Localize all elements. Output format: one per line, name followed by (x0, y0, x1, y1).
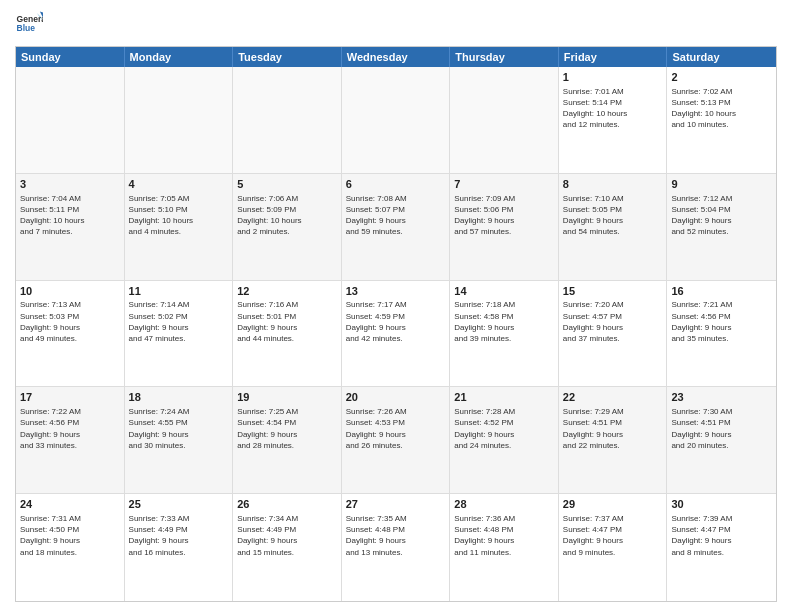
calendar-cell: 25Sunrise: 7:33 AM Sunset: 4:49 PM Dayli… (125, 494, 234, 601)
calendar-cell: 21Sunrise: 7:28 AM Sunset: 4:52 PM Dayli… (450, 387, 559, 493)
calendar-header: SundayMondayTuesdayWednesdayThursdayFrid… (16, 47, 776, 67)
day-number: 2 (671, 70, 772, 85)
day-number: 25 (129, 497, 229, 512)
day-info: Sunrise: 7:04 AM Sunset: 5:11 PM Dayligh… (20, 193, 120, 238)
header-day-sunday: Sunday (16, 47, 125, 67)
day-number: 17 (20, 390, 120, 405)
day-number: 22 (563, 390, 663, 405)
calendar-cell: 14Sunrise: 7:18 AM Sunset: 4:58 PM Dayli… (450, 281, 559, 387)
header-day-monday: Monday (125, 47, 234, 67)
day-number: 19 (237, 390, 337, 405)
calendar-row-2: 3Sunrise: 7:04 AM Sunset: 5:11 PM Daylig… (16, 174, 776, 281)
day-info: Sunrise: 7:25 AM Sunset: 4:54 PM Dayligh… (237, 406, 337, 451)
calendar-cell: 5Sunrise: 7:06 AM Sunset: 5:09 PM Daylig… (233, 174, 342, 280)
day-info: Sunrise: 7:39 AM Sunset: 4:47 PM Dayligh… (671, 513, 772, 558)
day-info: Sunrise: 7:01 AM Sunset: 5:14 PM Dayligh… (563, 86, 663, 131)
calendar-cell: 17Sunrise: 7:22 AM Sunset: 4:56 PM Dayli… (16, 387, 125, 493)
calendar-cell: 2Sunrise: 7:02 AM Sunset: 5:13 PM Daylig… (667, 67, 776, 173)
day-info: Sunrise: 7:26 AM Sunset: 4:53 PM Dayligh… (346, 406, 446, 451)
day-number: 24 (20, 497, 120, 512)
calendar-cell: 20Sunrise: 7:26 AM Sunset: 4:53 PM Dayli… (342, 387, 451, 493)
calendar-cell: 6Sunrise: 7:08 AM Sunset: 5:07 PM Daylig… (342, 174, 451, 280)
day-info: Sunrise: 7:21 AM Sunset: 4:56 PM Dayligh… (671, 299, 772, 344)
day-number: 5 (237, 177, 337, 192)
day-info: Sunrise: 7:05 AM Sunset: 5:10 PM Dayligh… (129, 193, 229, 238)
calendar-cell: 4Sunrise: 7:05 AM Sunset: 5:10 PM Daylig… (125, 174, 234, 280)
day-number: 16 (671, 284, 772, 299)
day-number: 14 (454, 284, 554, 299)
calendar-cell (233, 67, 342, 173)
calendar-row-3: 10Sunrise: 7:13 AM Sunset: 5:03 PM Dayli… (16, 281, 776, 388)
day-info: Sunrise: 7:37 AM Sunset: 4:47 PM Dayligh… (563, 513, 663, 558)
day-number: 3 (20, 177, 120, 192)
calendar-cell: 26Sunrise: 7:34 AM Sunset: 4:49 PM Dayli… (233, 494, 342, 601)
day-info: Sunrise: 7:10 AM Sunset: 5:05 PM Dayligh… (563, 193, 663, 238)
calendar-cell: 10Sunrise: 7:13 AM Sunset: 5:03 PM Dayli… (16, 281, 125, 387)
calendar-cell: 3Sunrise: 7:04 AM Sunset: 5:11 PM Daylig… (16, 174, 125, 280)
day-number: 21 (454, 390, 554, 405)
day-number: 27 (346, 497, 446, 512)
day-info: Sunrise: 7:09 AM Sunset: 5:06 PM Dayligh… (454, 193, 554, 238)
day-info: Sunrise: 7:33 AM Sunset: 4:49 PM Dayligh… (129, 513, 229, 558)
day-number: 8 (563, 177, 663, 192)
day-number: 15 (563, 284, 663, 299)
day-number: 30 (671, 497, 772, 512)
day-number: 18 (129, 390, 229, 405)
day-info: Sunrise: 7:31 AM Sunset: 4:50 PM Dayligh… (20, 513, 120, 558)
calendar-row-1: 1Sunrise: 7:01 AM Sunset: 5:14 PM Daylig… (16, 67, 776, 174)
day-info: Sunrise: 7:06 AM Sunset: 5:09 PM Dayligh… (237, 193, 337, 238)
day-info: Sunrise: 7:22 AM Sunset: 4:56 PM Dayligh… (20, 406, 120, 451)
day-info: Sunrise: 7:16 AM Sunset: 5:01 PM Dayligh… (237, 299, 337, 344)
calendar-cell: 16Sunrise: 7:21 AM Sunset: 4:56 PM Dayli… (667, 281, 776, 387)
calendar-cell: 29Sunrise: 7:37 AM Sunset: 4:47 PM Dayli… (559, 494, 668, 601)
day-number: 11 (129, 284, 229, 299)
calendar-cell: 7Sunrise: 7:09 AM Sunset: 5:06 PM Daylig… (450, 174, 559, 280)
day-info: Sunrise: 7:08 AM Sunset: 5:07 PM Dayligh… (346, 193, 446, 238)
day-info: Sunrise: 7:02 AM Sunset: 5:13 PM Dayligh… (671, 86, 772, 131)
day-info: Sunrise: 7:17 AM Sunset: 4:59 PM Dayligh… (346, 299, 446, 344)
day-number: 20 (346, 390, 446, 405)
svg-text:Blue: Blue (17, 23, 36, 33)
day-number: 7 (454, 177, 554, 192)
header-day-friday: Friday (559, 47, 668, 67)
calendar-cell: 28Sunrise: 7:36 AM Sunset: 4:48 PM Dayli… (450, 494, 559, 601)
day-info: Sunrise: 7:18 AM Sunset: 4:58 PM Dayligh… (454, 299, 554, 344)
calendar-cell: 22Sunrise: 7:29 AM Sunset: 4:51 PM Dayli… (559, 387, 668, 493)
day-number: 6 (346, 177, 446, 192)
day-info: Sunrise: 7:14 AM Sunset: 5:02 PM Dayligh… (129, 299, 229, 344)
calendar-cell (450, 67, 559, 173)
calendar-cell: 27Sunrise: 7:35 AM Sunset: 4:48 PM Dayli… (342, 494, 451, 601)
calendar-cell: 9Sunrise: 7:12 AM Sunset: 5:04 PM Daylig… (667, 174, 776, 280)
day-info: Sunrise: 7:12 AM Sunset: 5:04 PM Dayligh… (671, 193, 772, 238)
calendar-cell (16, 67, 125, 173)
day-number: 28 (454, 497, 554, 512)
day-number: 12 (237, 284, 337, 299)
day-info: Sunrise: 7:30 AM Sunset: 4:51 PM Dayligh… (671, 406, 772, 451)
day-info: Sunrise: 7:20 AM Sunset: 4:57 PM Dayligh… (563, 299, 663, 344)
logo: General Blue (15, 10, 47, 38)
logo-icon: General Blue (15, 10, 43, 38)
page: General Blue SundayMondayTuesdayWednesda… (0, 0, 792, 612)
day-number: 1 (563, 70, 663, 85)
day-number: 10 (20, 284, 120, 299)
svg-text:General: General (17, 14, 43, 24)
header-day-thursday: Thursday (450, 47, 559, 67)
calendar-cell: 24Sunrise: 7:31 AM Sunset: 4:50 PM Dayli… (16, 494, 125, 601)
calendar-cell: 23Sunrise: 7:30 AM Sunset: 4:51 PM Dayli… (667, 387, 776, 493)
calendar-body: 1Sunrise: 7:01 AM Sunset: 5:14 PM Daylig… (16, 67, 776, 601)
calendar-cell: 30Sunrise: 7:39 AM Sunset: 4:47 PM Dayli… (667, 494, 776, 601)
calendar-cell: 8Sunrise: 7:10 AM Sunset: 5:05 PM Daylig… (559, 174, 668, 280)
day-number: 23 (671, 390, 772, 405)
day-info: Sunrise: 7:34 AM Sunset: 4:49 PM Dayligh… (237, 513, 337, 558)
day-info: Sunrise: 7:36 AM Sunset: 4:48 PM Dayligh… (454, 513, 554, 558)
calendar-cell: 11Sunrise: 7:14 AM Sunset: 5:02 PM Dayli… (125, 281, 234, 387)
calendar-row-4: 17Sunrise: 7:22 AM Sunset: 4:56 PM Dayli… (16, 387, 776, 494)
day-number: 26 (237, 497, 337, 512)
day-number: 9 (671, 177, 772, 192)
header-day-tuesday: Tuesday (233, 47, 342, 67)
day-number: 4 (129, 177, 229, 192)
calendar-row-5: 24Sunrise: 7:31 AM Sunset: 4:50 PM Dayli… (16, 494, 776, 601)
calendar-cell (125, 67, 234, 173)
calendar-cell (342, 67, 451, 173)
day-number: 13 (346, 284, 446, 299)
